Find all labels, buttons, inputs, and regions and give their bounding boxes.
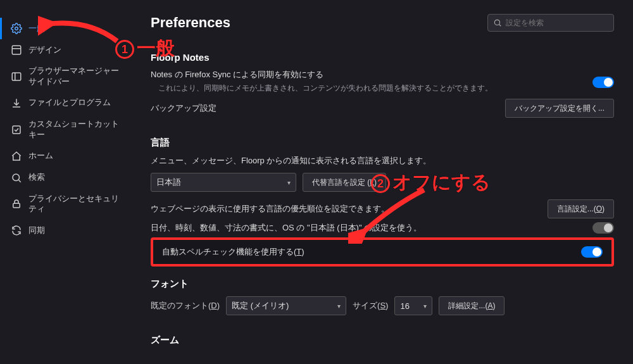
sidebar-item-label: ファイルとプログラム (28, 97, 111, 108)
sidebar-item-home[interactable]: ホーム (0, 146, 132, 167)
sidebar-item-search[interactable]: 検索 (0, 167, 132, 189)
backup-label: バックアップ設定 (151, 103, 498, 114)
alt-language-button[interactable]: 代替言語を設定 (L) (303, 173, 386, 192)
panel-icon (11, 71, 22, 82)
language-select[interactable]: 日本語 ▾ (151, 173, 296, 192)
sidebar-item-sync[interactable]: 同期 (0, 220, 132, 241)
section-floorp-notes: Floorp Notes Notes の Firefox Sync による同期を… (151, 52, 614, 118)
backup-row: バックアップ設定 バックアップ設定を開く... (151, 99, 614, 118)
sidebar-item-label: 検索 (28, 172, 45, 183)
main-panel: Preferences Floorp Notes Notes の Firefox… (132, 0, 633, 364)
os-format-label: 日付、時刻、数値、寸法の書式に、OS の "日本語 (日本)" の設定を使う。 (151, 222, 585, 234)
design-icon (11, 44, 22, 56)
svg-rect-3 (13, 126, 20, 134)
header: Preferences (151, 14, 614, 32)
default-font-label: 既定のフォント(D) (151, 300, 220, 311)
sync-icon (11, 225, 22, 236)
section-title: Floorp Notes (151, 52, 614, 63)
spellcheck-label: 自動スペルチェック機能を使用する(T) (162, 246, 304, 258)
chevron-down-icon: ▾ (287, 179, 291, 186)
sidebar-item-label: プライバシーとセキュリティ (28, 194, 125, 215)
home-icon (11, 151, 22, 162)
sidebar-item-label: 一般 (28, 23, 45, 34)
font-advanced-button[interactable]: 詳細設定...(A) (439, 296, 505, 315)
search-icon (11, 172, 22, 184)
section-zoom: ズーム (151, 334, 614, 346)
svg-rect-1 (12, 46, 21, 54)
sidebar-item-label: ブラウザーマネージャーサイドバー (28, 66, 125, 87)
page-title: Preferences (151, 15, 230, 31)
sidebar-item-label: カスタムショートカットキー (28, 119, 125, 141)
font-size-value: 16 (400, 301, 409, 311)
sidebar-item-general[interactable]: 一般 (0, 18, 132, 39)
section-title: 言語 (151, 137, 614, 149)
spellcheck-row: 自動スペルチェック機能を使用する(T) (151, 237, 614, 267)
search-icon (493, 18, 502, 27)
svg-rect-2 (12, 73, 21, 80)
sidebar-item-browser-manager-sidebar[interactable]: ブラウザーマネージャーサイドバー (0, 61, 132, 92)
webpage-lang-desc: ウェブページの表示に使用する言語の優先順位を設定できます。 (151, 203, 540, 215)
language-desc: メニュー、メッセージ、Floorp からの通知に表示される言語を選択します。 (151, 155, 614, 166)
lock-icon (11, 198, 22, 210)
webpage-lang-row: ウェブページの表示に使用する言語の優先順位を設定できます。 言語設定...(O) (151, 199, 614, 218)
notes-sync-desc: これにより、同期時にメモが上書きされ、コンテンツが失われる問題を解決することがで… (158, 83, 585, 94)
svg-point-4 (13, 174, 20, 181)
sidebar-item-label: 同期 (28, 225, 45, 236)
notes-sync-label: Notes の Firefox Sync による同期を有効にする (151, 69, 585, 80)
font-size-label: サイズ(S) (353, 300, 388, 311)
sidebar-item-files-programs[interactable]: ファイルとプログラム (0, 92, 132, 114)
search-input[interactable] (506, 18, 608, 27)
gear-icon (11, 23, 22, 34)
svg-rect-5 (13, 204, 20, 208)
svg-point-0 (15, 27, 18, 30)
sidebar-item-privacy-security[interactable]: プライバシーとセキュリティ (0, 189, 132, 220)
sidebar-item-label: デザイン (28, 45, 61, 56)
sidebar-item-label: ホーム (28, 151, 53, 161)
spellcheck-toggle[interactable] (581, 246, 603, 258)
section-language: 言語 メニュー、メッセージ、Floorp からの通知に表示される言語を選択します… (151, 137, 614, 267)
font-size-select[interactable]: 16 ▾ (394, 296, 432, 315)
language-select-value: 日本語 (156, 177, 181, 188)
chevron-down-icon: ▾ (337, 303, 341, 310)
language-select-row: 日本語 ▾ 代替言語を設定 (L) (151, 173, 614, 192)
section-font: フォント 既定のフォント(D) 既定 (メイリオ) ▾ サイズ(S) 16 ▾ … (151, 278, 614, 315)
section-title: ズーム (151, 334, 614, 346)
chevron-down-icon: ▾ (423, 303, 427, 310)
default-font-select[interactable]: 既定 (メイリオ) ▾ (226, 296, 346, 315)
open-backup-button[interactable]: バックアップ設定を開く... (505, 99, 614, 118)
notes-sync-row: Notes の Firefox Sync による同期を有効にする これにより、同… (151, 69, 614, 95)
section-title: フォント (151, 278, 614, 290)
default-font-value: 既定 (メイリオ) (232, 300, 289, 311)
sidebar-item-custom-shortcut[interactable]: カスタムショートカットキー (0, 114, 132, 146)
search-box[interactable] (487, 14, 614, 32)
font-row: 既定のフォント(D) 既定 (メイリオ) ▾ サイズ(S) 16 ▾ 詳細設定.… (151, 296, 614, 315)
svg-point-6 (494, 20, 499, 25)
download-icon (11, 97, 22, 109)
os-format-toggle[interactable] (592, 222, 614, 234)
os-format-row: 日付、時刻、数値、寸法の書式に、OS の "日本語 (日本)" の設定を使う。 (151, 222, 614, 234)
notes-sync-toggle[interactable] (592, 77, 614, 88)
sidebar: 一般 デザイン ブラウザーマネージャーサイドバー ファイルとプログラム カスタム… (0, 0, 132, 364)
language-settings-button[interactable]: 言語設定...(O) (548, 199, 614, 218)
sidebar-item-design[interactable]: デザイン (0, 39, 132, 61)
checkbox-icon (11, 124, 22, 135)
